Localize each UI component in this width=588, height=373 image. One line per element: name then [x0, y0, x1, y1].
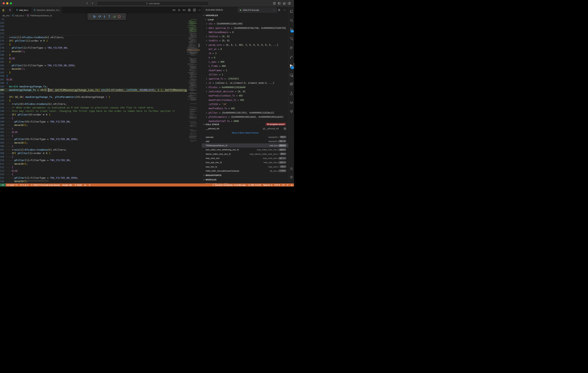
toggle-secondary-sidebar-icon[interactable] [288, 2, 291, 5]
chevron-right-icon[interactable] [205, 116, 208, 118]
status-run-item[interactable] [87, 184, 92, 186]
line-number[interactable]: 299 [0, 120, 4, 124]
status-indentation[interactable]: Spaces: 4 [262, 184, 273, 186]
variable-row[interactable]: L_frame = 960 [202, 64, 288, 68]
continue-icon[interactable] [93, 15, 96, 18]
code-line[interactable]: 312} [0, 166, 187, 169]
variable-row[interactable]: mct_on = 0 [202, 47, 288, 51]
code-line[interactable]: 208 [0, 28, 187, 32]
status-clangd-item[interactable]: clangd: idle [61, 184, 73, 186]
excluded-callers-section-header[interactable]: EXCLUDED CALLERS [202, 182, 288, 184]
gear-icon[interactable] [278, 9, 281, 11]
code-line[interactable]: 303{ [0, 134, 187, 138]
code-line[interactable]: 289Word16 maxEnergyChange_fx; [0, 85, 187, 88]
status-problems-item[interactable]: 02 [19, 184, 30, 186]
nav-back-icon[interactable] [172, 9, 176, 11]
chevron-right-icon[interactable] [205, 35, 208, 38]
line-number[interactable]: 294 [0, 102, 4, 106]
code-line[interactable]: 313ELSE [0, 169, 187, 173]
activity-search-icon[interactable] [288, 16, 294, 25]
status-branch-item[interactable]: main* [6, 184, 19, 186]
line-number[interactable]: 71 [0, 18, 4, 21]
code-line[interactable]: 297IF( pFilter[0]→order ≠ 0 ) [0, 113, 187, 117]
variable-row[interactable]: nSubframes = 1 [202, 68, 288, 73]
code-line[interactable]: 293{ [0, 99, 187, 103]
activity-extensions-icon[interactable] [288, 80, 294, 89]
variable-row[interactable]: k = 0 [202, 56, 288, 60]
line-number[interactable]: 291 [0, 92, 4, 96]
variable-row[interactable]: maxAvgSqrCoef_fx = 4606 [202, 119, 288, 122]
restart-icon[interactable] [113, 15, 116, 18]
history-back-icon[interactable] [86, 2, 89, 5]
activity-live-share-icon[interactable] [288, 52, 294, 61]
code-line[interactable]: 295/* When order parameter is evaluated … [0, 106, 187, 110]
stop-icon[interactable] [118, 15, 121, 18]
stack-frame-row[interactable]: __pthread_kill@__pthread_kill5 [202, 126, 288, 131]
more-actions-icon[interactable] [283, 9, 286, 11]
variable-row[interactable]: pFilter = {0x0000000132817032, 0x0000000… [202, 111, 288, 115]
line-number[interactable]: 279 [0, 50, 4, 53]
chevron-right-icon[interactable] [205, 82, 208, 84]
drag-grip-icon[interactable] [89, 15, 91, 18]
variable-row[interactable]: st = {idchan:1, id_element:0, element_mo… [202, 81, 288, 85]
line-number[interactable]: 315 [0, 176, 4, 180]
more-actions-icon[interactable] [198, 9, 201, 11]
line-number[interactable]: 314 [0, 173, 4, 176]
code-line[interactable]: 285} [0, 71, 187, 75]
status-encoding[interactable]: UTF-8 [273, 184, 281, 186]
line-number[interactable]: 311 [0, 162, 4, 166]
variable-row[interactable]: maxPredGain_fx = 492 [202, 106, 288, 110]
chevron-right-icon[interactable] [205, 44, 208, 46]
minimap[interactable] [187, 18, 198, 184]
code-line[interactable]: 277{ [0, 43, 187, 46]
variable-row[interactable]: tnsBits = {0, 0} [202, 39, 288, 43]
code-line[interactable]: 292IF( GE_16( maxEnergyChange_fx, pTnsPa… [0, 95, 187, 99]
variable-row[interactable]: param_core = {0, 0, 1, 465, 3, 0, 0, 0, … [202, 43, 288, 47]
variable-row[interactable]: mdst_spectrum_fx = {0x000000016fddcfd8, … [202, 26, 288, 30]
line-number[interactable]: 306 [0, 144, 4, 148]
activity-settings-gear-icon[interactable] [288, 173, 294, 181]
line-number[interactable]: 297 [0, 113, 4, 117]
step-out-icon[interactable] [108, 15, 111, 18]
code-line[interactable]: 278pFilter[1]→filterType = TNS_FILTER_ON… [0, 46, 187, 50]
code-line[interactable]: 314{ [0, 173, 187, 176]
line-number[interactable]: 312 [0, 166, 4, 169]
stack-frame-row[interactable]: IVAS_ENC_EncodeFrameToSeriallib_enc.c175… [202, 169, 288, 173]
current-execution-line[interactable]: 290maxEnergyChange_fx = shr( add( GetTCX… [0, 88, 187, 92]
status-blame-item[interactable]: Sandesh Venkatesh, 3 months ago [211, 184, 247, 186]
line-number[interactable]: 296 [0, 110, 4, 113]
breadcrumb-symbol[interactable]: TNSAnalysisStereo_fx [30, 14, 52, 17]
code-line[interactable]: 275++sts[1]→hTcxEnc→tnsData[k].nFilters; [0, 36, 187, 39]
code-line[interactable]: 310pFilter[1]→filterType = TNS_FILTER_ON… [0, 159, 187, 162]
code-line[interactable]: 213 [0, 32, 187, 35]
code-line[interactable]: 276IF( pFilter[1]→order ≠ 0 ) [0, 39, 187, 43]
activity-remote-explorer-icon[interactable] [288, 70, 294, 80]
stack-frame-row[interactable]: addbasop32.c582:15 [202, 139, 288, 143]
line-number[interactable]: 292 [0, 95, 4, 99]
modules-section-header[interactable]: MODULES [202, 177, 288, 182]
code-line[interactable]: 279move16(); [0, 50, 187, 53]
minimap-viewport[interactable] [187, 47, 198, 53]
code-line[interactable]: 296this may result in crash later. Chang… [0, 110, 187, 113]
code-line[interactable]: 309{ [0, 155, 187, 159]
chevron-right-icon[interactable] [205, 90, 208, 93]
variables-section-header[interactable]: VARIABLES [202, 13, 288, 17]
toggle-sidebar-icon[interactable] [278, 2, 281, 5]
activity-explorer-icon[interactable] [288, 7, 294, 16]
line-number[interactable]: 289 [0, 85, 4, 88]
activity-account-icon[interactable] [288, 165, 294, 173]
code-line[interactable]: 281ELSE [0, 57, 187, 60]
code-line[interactable]: 300move16(); [0, 123, 187, 127]
close-traffic-light[interactable] [3, 2, 5, 4]
code-line[interactable]: 283pFilter[1]→filterType = TNS_FILTER_ON… [0, 64, 187, 67]
line-number[interactable]: 283 [0, 64, 4, 67]
line-number[interactable]: 287 [0, 78, 4, 81]
code-line[interactable]: 301} [0, 127, 187, 131]
breakpoints-section-header[interactable]: BREAKPOINTS [202, 173, 288, 177]
nav-forward-icon[interactable] [183, 9, 186, 11]
stack-frame-row[interactable]: ivas_cpe_enc_fxivas_cpe_enc.c1067:5 [202, 160, 288, 165]
chevron-right-icon[interactable] [205, 39, 208, 42]
variable-row[interactable]: ch = 2 [202, 51, 288, 55]
line-number[interactable]: 284 [0, 67, 4, 71]
status-eol[interactable]: LF [281, 184, 286, 186]
